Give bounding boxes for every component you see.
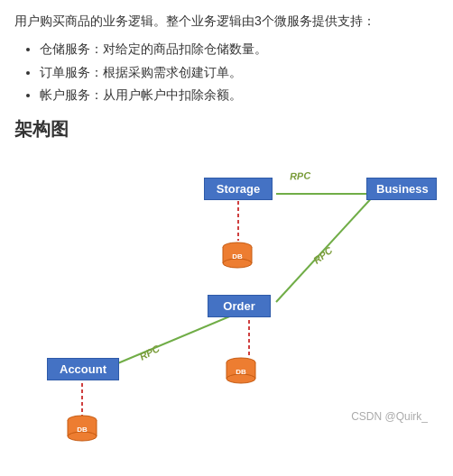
svg-line-2 xyxy=(109,313,238,367)
account-node: Account xyxy=(47,358,119,380)
bullet-item-2: 订单服务：根据采购需求创建订单。 xyxy=(40,61,439,84)
bullet-item-1: 仓储服务：对给定的商品扣除仓储数量。 xyxy=(40,38,439,60)
intro-text: 用户购买商品的业务逻辑。整个业务逻辑由3个微服务提供支持： xyxy=(14,11,439,31)
order-node: Order xyxy=(208,295,271,317)
svg-text:DB: DB xyxy=(236,368,246,376)
storage-db: DB xyxy=(220,241,254,270)
svg-text:DB: DB xyxy=(77,426,88,434)
diagram-area: RPC RPC RPC Storage DB Order xyxy=(14,151,439,430)
watermark: CSDN @Quirk_ xyxy=(351,410,428,423)
account-db: DB xyxy=(65,414,99,443)
bullet-list: 仓储服务：对给定的商品扣除仓储数量。 订单服务：根据采购需求创建订单。 帐户服务… xyxy=(40,38,439,106)
bullet-item-3: 帐户服务：从用户帐户中扣除余额。 xyxy=(40,84,439,106)
storage-node: Storage xyxy=(204,178,273,200)
order-db: DB xyxy=(224,356,258,385)
section-title: 架构图 xyxy=(14,117,439,142)
svg-text:DB: DB xyxy=(232,252,243,261)
rpc-label-storage: RPC xyxy=(290,170,311,182)
page: 用户购买商品的业务逻辑。整个业务逻辑由3个微服务提供支持： 仓储服务：对给定的商… xyxy=(0,0,453,476)
business-node: Business xyxy=(366,178,437,200)
